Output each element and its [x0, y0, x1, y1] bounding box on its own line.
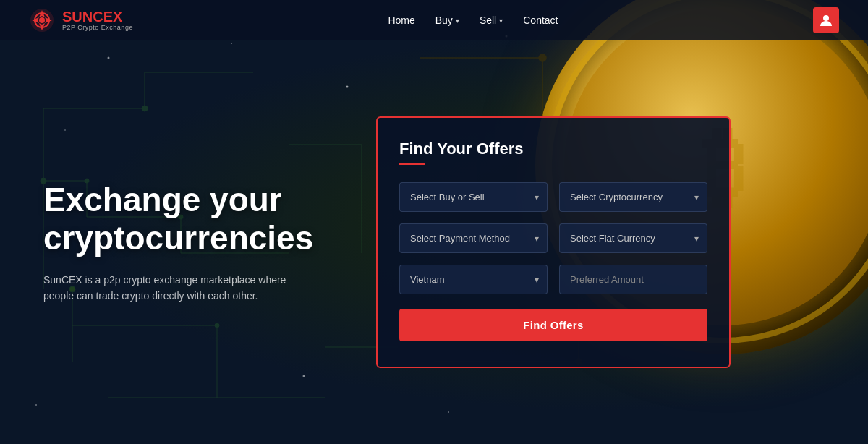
user-button[interactable]	[813, 7, 839, 33]
panel-underline	[399, 163, 425, 165]
logo-text: SUNCEX P2P Crypto Exchange	[62, 9, 133, 31]
svg-point-43	[823, 15, 829, 21]
country-select-wrapper: Vietnam USA UK Germany	[399, 265, 548, 294]
user-icon	[820, 14, 833, 27]
nav-home[interactable]: Home	[388, 14, 414, 26]
main-content: Exchange your cryptocurrencies SunCEX is…	[0, 40, 868, 444]
payment-method-select-wrapper: Select Payment Method Bank Transfer PayP…	[399, 223, 548, 253]
form-row-2: Select Payment Method Bank Transfer PayP…	[399, 223, 707, 253]
nav-links: Home Buy ▾ Sell ▾ Contact	[388, 14, 558, 26]
svg-point-42	[39, 17, 45, 23]
country-field: Vietnam USA UK Germany	[399, 265, 548, 294]
fiat-currency-select[interactable]: Select Fiat Currency USD EUR VND GBP	[559, 223, 707, 253]
nav-buy[interactable]: Buy ▾	[435, 14, 459, 26]
buy-sell-select[interactable]: Select Buy or Sell Buy Sell	[399, 182, 548, 212]
panel-title: Find Your Offers	[399, 140, 707, 158]
find-offers-button[interactable]: Find Offers	[399, 309, 707, 341]
buy-sell-field: Select Buy or Sell Buy Sell	[399, 182, 548, 212]
buy-chevron-icon: ▾	[456, 17, 459, 25]
hero-section: Exchange your cryptocurrencies SunCEX is…	[43, 181, 376, 304]
payment-method-select[interactable]: Select Payment Method Bank Transfer PayP…	[399, 223, 548, 253]
preferred-amount-input[interactable]	[559, 265, 707, 294]
brand-tagline: P2P Crypto Exchange	[62, 24, 133, 31]
form-row-1: Select Buy or Sell Buy Sell Select Crypt…	[399, 182, 707, 212]
cryptocurrency-select[interactable]: Select Cryptocurrency Bitcoin (BTC) Ethe…	[559, 182, 707, 212]
brand-name: SUNCEX	[62, 9, 133, 24]
form-row-3: Vietnam USA UK Germany	[399, 265, 707, 294]
sell-chevron-icon: ▾	[499, 17, 503, 25]
cryptocurrency-select-wrapper: Select Cryptocurrency Bitcoin (BTC) Ethe…	[559, 182, 707, 212]
hero-description: SunCEX is a p2p crypto exchange marketpl…	[43, 272, 318, 304]
nav-actions	[813, 7, 839, 33]
hero-title: Exchange your cryptocurrencies	[43, 181, 376, 257]
country-select[interactable]: Vietnam USA UK Germany	[399, 265, 548, 294]
nav-contact[interactable]: Contact	[523, 14, 558, 26]
logo-icon	[29, 7, 55, 33]
fiat-currency-field: Select Fiat Currency USD EUR VND GBP	[559, 223, 707, 253]
cryptocurrency-field: Select Cryptocurrency Bitcoin (BTC) Ethe…	[559, 182, 707, 212]
fiat-currency-select-wrapper: Select Fiat Currency USD EUR VND GBP	[559, 223, 707, 253]
nav-sell[interactable]: Sell ▾	[480, 14, 503, 26]
preferred-amount-field	[559, 265, 707, 294]
navbar: SUNCEX P2P Crypto Exchange Home Buy ▾ Se…	[0, 0, 868, 40]
logo: SUNCEX P2P Crypto Exchange	[29, 7, 133, 33]
offers-panel: Find Your Offers Select Buy or Sell Buy …	[376, 116, 731, 368]
buy-sell-select-wrapper: Select Buy or Sell Buy Sell	[399, 182, 548, 212]
payment-method-field: Select Payment Method Bank Transfer PayP…	[399, 223, 548, 253]
